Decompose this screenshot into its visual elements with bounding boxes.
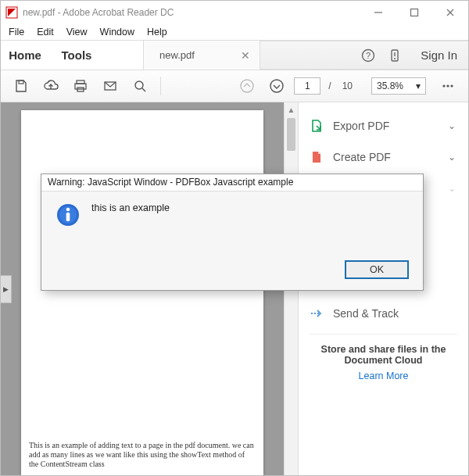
- chevron-down-icon: ▾: [416, 81, 421, 91]
- svg-point-21: [446, 84, 449, 87]
- titlebar: new.pdf - Adobe Acrobat Reader DC: [1, 1, 468, 24]
- svg-text:?: ?: [366, 51, 371, 60]
- tool-label: Export PDF: [333, 120, 439, 132]
- dialog-title: Warning: JavaScript Window - PDFBox Java…: [41, 174, 423, 191]
- chevron-down-icon: ⌄: [448, 183, 456, 194]
- document-page: This is an example of adding text to a p…: [21, 110, 263, 475]
- nav-pane-toggle[interactable]: ▶: [1, 275, 12, 303]
- tool-send-track[interactable]: Send & Track: [299, 298, 468, 329]
- help-icon[interactable]: ?: [360, 47, 377, 64]
- svg-point-9: [394, 58, 396, 59]
- scroll-up-icon[interactable]: ▲: [285, 102, 298, 116]
- page-total: 10: [339, 81, 356, 91]
- info-icon: [55, 202, 81, 227]
- create-pdf-icon: [310, 150, 324, 164]
- chevron-down-icon: ⌄: [448, 152, 456, 163]
- print-icon[interactable]: [68, 73, 93, 98]
- ok-button-label: OK: [370, 264, 384, 275]
- close-button[interactable]: [432, 1, 468, 24]
- chevron-down-icon: ⌄: [448, 120, 456, 131]
- tool-create-pdf[interactable]: Create PDF ⌄: [299, 141, 468, 173]
- page-number-input[interactable]: 1: [294, 77, 320, 95]
- svg-rect-32: [66, 213, 70, 221]
- divider: [310, 334, 457, 335]
- svg-point-16: [135, 81, 143, 89]
- menubar: File Edit View Window Help: [1, 24, 468, 40]
- page-down-icon[interactable]: [264, 73, 289, 98]
- promo-text: Store and share files in the Document Cl…: [299, 341, 468, 366]
- learn-more-link[interactable]: Learn More: [299, 370, 468, 381]
- svg-point-20: [442, 84, 445, 87]
- ok-button[interactable]: OK: [345, 260, 409, 279]
- tab-home-label: Home: [9, 48, 41, 62]
- zoom-select[interactable]: 35.8% ▾: [371, 77, 426, 95]
- svg-point-31: [66, 208, 70, 212]
- menu-help[interactable]: Help: [147, 27, 167, 38]
- minimize-button[interactable]: [360, 1, 396, 24]
- menu-file[interactable]: File: [9, 27, 24, 38]
- export-pdf-icon: [310, 119, 324, 133]
- tool-export-pdf[interactable]: Export PDF ⌄: [299, 110, 468, 141]
- search-icon[interactable]: [127, 73, 152, 98]
- tabstrip: Home Tools new.pdf ✕ ? Sign In: [1, 40, 468, 70]
- menu-window[interactable]: Window: [100, 27, 134, 38]
- sign-in-link[interactable]: Sign In: [421, 48, 457, 62]
- email-icon[interactable]: [98, 73, 123, 98]
- close-tab-icon[interactable]: ✕: [241, 49, 250, 62]
- svg-point-18: [241, 80, 253, 92]
- svg-point-22: [450, 84, 453, 87]
- javascript-alert-dialog: Warning: JavaScript Window - PDFBox Java…: [41, 174, 424, 291]
- tool-label: Create PDF: [333, 151, 439, 163]
- save-icon[interactable]: [9, 73, 34, 98]
- app-icon: [5, 6, 18, 19]
- svg-point-19: [270, 80, 283, 92]
- tab-document[interactable]: new.pdf ✕: [143, 40, 260, 70]
- svg-rect-10: [19, 81, 23, 84]
- alert-icon[interactable]: [386, 47, 403, 64]
- cloud-icon[interactable]: [38, 73, 63, 98]
- svg-line-17: [142, 88, 145, 91]
- scroll-thumb[interactable]: [287, 118, 295, 151]
- svg-rect-13: [75, 84, 86, 89]
- toolbar: 1 / 10 35.8% ▾: [1, 70, 468, 102]
- zoom-value: 35.8%: [377, 81, 403, 91]
- page-separator: /: [325, 81, 334, 91]
- more-icon[interactable]: [435, 73, 460, 98]
- menu-edit[interactable]: Edit: [37, 27, 54, 38]
- page-up-icon[interactable]: [234, 73, 260, 98]
- svg-rect-2: [411, 9, 418, 16]
- tab-tools-label: Tools: [62, 48, 92, 62]
- menu-view[interactable]: View: [66, 27, 88, 38]
- dialog-message: this is an example: [91, 202, 170, 249]
- page-text: This is an example of adding text to a p…: [29, 441, 256, 469]
- tool-label: Send & Track: [333, 307, 456, 320]
- tab-document-label: new.pdf: [159, 49, 195, 61]
- tab-tools[interactable]: Tools: [49, 41, 104, 70]
- tab-home[interactable]: Home: [1, 41, 49, 70]
- window-title: new.pdf - Adobe Acrobat Reader DC: [23, 7, 174, 18]
- send-track-icon: [310, 306, 324, 320]
- maximize-button[interactable]: [396, 1, 432, 24]
